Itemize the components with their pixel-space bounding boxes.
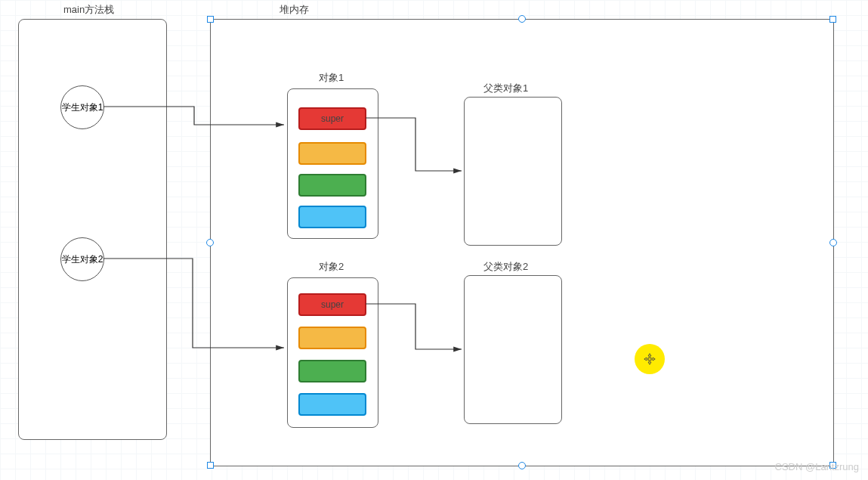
- object1-slot-super[interactable]: super: [298, 107, 366, 130]
- stack-ref-2-label: 学生对象2: [62, 254, 103, 265]
- parent1-box[interactable]: [464, 97, 562, 246]
- watermark: CSDN @Lantzrung: [775, 461, 859, 472]
- object2-slot-super[interactable]: super: [298, 293, 366, 316]
- object2-slot-3[interactable]: [298, 360, 366, 382]
- object2-slot-4[interactable]: [298, 393, 366, 416]
- diagram-canvas: main方法栈 堆内存 学生对象1 学生对象2 对象1 super 父类对象1 …: [0, 0, 868, 480]
- object1-title: 对象1: [319, 71, 344, 85]
- move-cursor-highlight: [635, 344, 665, 374]
- parent2-box[interactable]: [464, 275, 562, 424]
- object2-title: 对象2: [319, 260, 344, 274]
- heap-title: 堆内存: [280, 3, 309, 17]
- stack-title: main方法栈: [63, 3, 114, 17]
- sel-handle-e[interactable]: [829, 239, 837, 246]
- sel-corner-sw[interactable]: [207, 462, 214, 469]
- sel-handle-n[interactable]: [518, 15, 526, 23]
- stack-ref-1-label: 学生对象1: [62, 102, 103, 113]
- object1-slot-2[interactable]: [298, 142, 366, 165]
- parent1-title: 父类对象1: [483, 82, 528, 95]
- parent2-title: 父类对象2: [483, 260, 528, 274]
- sel-corner-ne[interactable]: [829, 16, 836, 23]
- object1-slot-4[interactable]: [298, 206, 366, 228]
- object1-slot-3[interactable]: [298, 174, 366, 197]
- sel-handle-w[interactable]: [206, 239, 214, 246]
- sel-corner-nw[interactable]: [207, 16, 214, 23]
- stack-ref-2[interactable]: 学生对象2: [60, 237, 104, 281]
- move-icon: [643, 352, 656, 366]
- object1-super-label: super: [321, 113, 344, 124]
- stack-ref-1[interactable]: 学生对象1: [60, 85, 104, 129]
- sel-handle-s[interactable]: [518, 462, 526, 469]
- object2-super-label: super: [321, 299, 344, 310]
- stack-box[interactable]: [18, 19, 167, 440]
- object2-slot-2[interactable]: [298, 327, 366, 349]
